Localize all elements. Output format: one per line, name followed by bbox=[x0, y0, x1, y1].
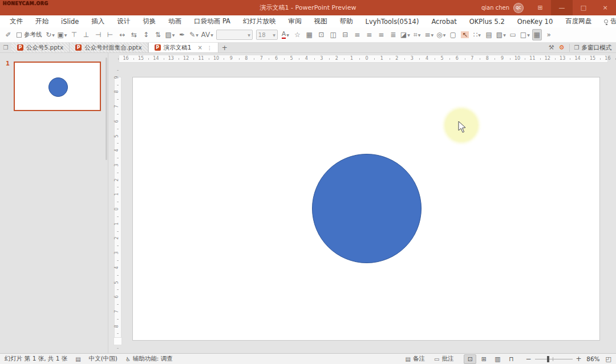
zoom-percentage[interactable]: 86% bbox=[585, 355, 600, 362]
eyedropper[interactable]: ✒ bbox=[177, 29, 187, 40]
zoom-slider[interactable] bbox=[535, 359, 573, 359]
chevron-down-icon[interactable]: ▼ bbox=[52, 33, 55, 37]
menu-item-切换[interactable]: 切换 bbox=[136, 16, 162, 27]
quick-styles[interactable]: ▧▼ bbox=[496, 29, 506, 40]
outline-pen[interactable]: ✎▼ bbox=[189, 29, 199, 40]
chevron-down-icon[interactable]: ▼ bbox=[503, 33, 506, 37]
align-left-edge[interactable]: ⊣ bbox=[94, 29, 103, 40]
chevron-down-icon[interactable]: ▼ bbox=[273, 33, 275, 37]
thumbnail-panel-scrollbar[interactable] bbox=[106, 58, 107, 160]
chevron-down-icon[interactable]: ▼ bbox=[443, 33, 446, 37]
shape-arrange[interactable]: ◪▼ bbox=[400, 29, 410, 40]
align-text-center[interactable]: ≡ bbox=[364, 29, 374, 40]
normal-view-button[interactable]: ⊡ bbox=[464, 354, 476, 364]
chevron-down-icon[interactable]: ▼ bbox=[478, 33, 481, 37]
menu-item-Acrobat[interactable]: Acrobat bbox=[425, 17, 463, 27]
align-text-left[interactable]: ≡ bbox=[352, 29, 362, 40]
grid-view[interactable]: ▦ bbox=[532, 29, 542, 40]
tab-settings-gear-icon[interactable]: ⚙ bbox=[559, 44, 565, 51]
menu-item-OKPlus 5.2[interactable]: OKPlus 5.2 bbox=[463, 17, 511, 27]
chevron-down-icon[interactable]: ▼ bbox=[418, 33, 421, 37]
menu-item-动画[interactable]: 动画 bbox=[162, 16, 188, 27]
zoom-in-button[interactable]: + bbox=[576, 355, 582, 363]
comments-toggle[interactable]: ▭ 批注 bbox=[434, 355, 453, 363]
align-bottom[interactable]: ⊥ bbox=[82, 29, 91, 40]
change-picture[interactable]: ▦ bbox=[305, 29, 314, 40]
select-objects[interactable]: ▢ bbox=[448, 29, 458, 40]
menu-item-告诉我[interactable]: 告诉我 bbox=[598, 16, 616, 27]
chevron-down-icon[interactable]: ▼ bbox=[172, 33, 175, 37]
slide-canvas[interactable] bbox=[132, 77, 600, 341]
align-middle-vertical[interactable]: ↕ bbox=[141, 29, 151, 40]
tab-tools-icon[interactable]: ⚒ bbox=[549, 44, 554, 51]
bring-forward[interactable]: ◫ bbox=[329, 29, 338, 40]
chevron-down-icon[interactable]: ▼ bbox=[210, 33, 213, 37]
zoom-out-button[interactable]: − bbox=[525, 355, 531, 363]
menu-item-文件[interactable]: 文件 bbox=[3, 16, 29, 27]
menu-item-口袋动画 PA[interactable]: 口袋动画 PA bbox=[188, 16, 237, 27]
distribute-vertical[interactable]: ⇅ bbox=[153, 29, 163, 40]
menu-item-插入[interactable]: 插入 bbox=[85, 16, 111, 27]
character-spacing[interactable]: AV▼ bbox=[201, 29, 213, 40]
format-painter[interactable]: ✐ bbox=[3, 29, 13, 40]
blue-circle-shape[interactable] bbox=[312, 154, 422, 263]
slideshow-view-button[interactable]: ⊓ bbox=[505, 354, 517, 364]
shape-effects[interactable]: ◎▼ bbox=[436, 29, 446, 40]
reading-view-button[interactable]: ▥ bbox=[491, 354, 504, 364]
menu-item-设计[interactable]: 设计 bbox=[111, 16, 136, 27]
align-right-edge[interactable]: ⊢ bbox=[106, 29, 115, 40]
placeholder-box[interactable]: □▼ bbox=[520, 29, 530, 40]
fill-color[interactable]: ▨▼ bbox=[165, 29, 175, 40]
text-box[interactable]: ▣▼ bbox=[58, 29, 67, 40]
menu-item-开始[interactable]: 开始 bbox=[29, 16, 55, 27]
zoom-slider-handle[interactable] bbox=[547, 356, 549, 362]
multiwindow-mode-button[interactable]: ❐ 多窗口模式 bbox=[569, 44, 611, 52]
tab-dock-icon[interactable]: ❐ bbox=[0, 43, 11, 52]
notes-toggle[interactable]: ▤ 备注 bbox=[406, 355, 425, 363]
align-center-horizontal[interactable]: ↔ bbox=[117, 29, 127, 40]
chevron-down-icon[interactable]: ▼ bbox=[407, 33, 410, 37]
chevron-down-icon[interactable]: ▼ bbox=[431, 33, 434, 37]
guides-checkbox[interactable]: 参考线 bbox=[17, 31, 42, 39]
chevron-down-icon[interactable]: ▼ bbox=[527, 33, 530, 37]
menu-item-幻灯片放映[interactable]: 幻灯片放映 bbox=[237, 16, 282, 27]
align-text-right[interactable]: ≡ bbox=[376, 29, 386, 40]
justify-text[interactable]: ≣ bbox=[388, 29, 398, 40]
align-top[interactable]: ⊤ bbox=[70, 29, 79, 40]
menu-item-帮助[interactable]: 帮助 bbox=[334, 16, 359, 27]
menu-item-OneKey 10[interactable]: OneKey 10 bbox=[511, 17, 560, 27]
menu-item-百度网盘[interactable]: 百度网盘 bbox=[559, 16, 598, 27]
font-color[interactable]: A▼ bbox=[281, 29, 290, 40]
distribute-horizontal[interactable]: ⇆ bbox=[129, 29, 139, 40]
spellcheck-indicator[interactable]: ▤ bbox=[75, 356, 80, 362]
fit-slide-to-window-icon[interactable]: ◰ bbox=[606, 355, 611, 363]
chevron-down-icon[interactable]: ▼ bbox=[64, 33, 67, 37]
chevron-down-icon[interactable]: ▼ bbox=[248, 33, 250, 37]
menu-item-LvyhTools(0514)[interactable]: LvyhTools(0514) bbox=[359, 17, 425, 27]
video-frame[interactable]: ▭ bbox=[508, 29, 518, 40]
chevron-down-icon[interactable]: ▼ bbox=[286, 33, 289, 37]
selection-pane[interactable]: ↖ bbox=[460, 29, 470, 40]
toolbar-overflow[interactable]: » bbox=[544, 29, 554, 40]
menu-item-视图[interactable]: 视图 bbox=[308, 16, 334, 27]
document-tab-演示文稿1[interactable]: P演示文稿1×⋮ bbox=[148, 43, 218, 52]
close-tab-icon[interactable]: × bbox=[197, 44, 202, 51]
chevron-down-icon[interactable]: ▼ bbox=[196, 33, 198, 37]
rotate-shape[interactable]: ↻▼ bbox=[46, 29, 55, 40]
quick-effects[interactable]: ☆ bbox=[293, 29, 302, 40]
menu-item-iSlide[interactable]: iSlide bbox=[55, 17, 85, 27]
accessibility-status[interactable]: ♿ 辅助功能: 调查 bbox=[125, 355, 173, 363]
line-spacing[interactable]: ≡▼ bbox=[424, 29, 434, 40]
crop[interactable]: ⌗▼ bbox=[412, 29, 422, 40]
checkbox[interactable] bbox=[17, 32, 22, 38]
font-name-combo[interactable]: ▼ bbox=[216, 30, 253, 40]
new-tab-button[interactable]: + bbox=[218, 43, 231, 52]
reset-picture[interactable]: ⊡ bbox=[317, 29, 326, 40]
send-backward[interactable]: ⊟ bbox=[341, 29, 350, 40]
document-tab-公众号5.pptx[interactable]: P公众号5.pptx bbox=[11, 43, 70, 52]
bullets[interactable]: ∷▼ bbox=[472, 29, 482, 40]
document-tab-公众号封面集合.pptx[interactable]: P公众号封面集合.pptx bbox=[70, 43, 148, 52]
slide-thumbnail[interactable] bbox=[14, 62, 101, 111]
tab-menu-kebab-icon[interactable]: ⋮ bbox=[207, 45, 212, 51]
language-indicator[interactable]: 中文(中国) bbox=[89, 355, 117, 363]
